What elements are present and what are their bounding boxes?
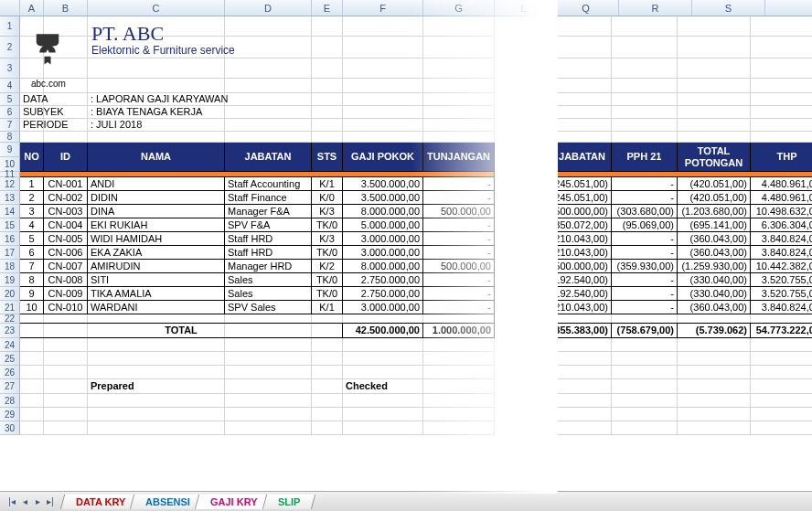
grid-cell[interactable] (553, 119, 612, 132)
grid-cell[interactable] (751, 379, 812, 394)
cell-gaji-18[interactable]: 8.000.000,00 (343, 260, 423, 273)
grid-cell[interactable] (612, 132, 678, 143)
grid-cell[interactable] (225, 379, 312, 394)
row-20[interactable]: 20 (0, 287, 20, 301)
grid-cell[interactable] (343, 79, 423, 93)
grid-cell[interactable] (751, 16, 812, 37)
cell-no-12[interactable]: 1 (20, 177, 44, 191)
grid-cell[interactable] (678, 16, 751, 37)
grid-cell[interactable] (553, 106, 612, 119)
cell-nama-18[interactable]: AMIRUDIN (88, 260, 225, 273)
grid-cell[interactable] (678, 37, 751, 59)
grid-cell[interactable] (553, 37, 612, 59)
row-22[interactable]: 22 (0, 314, 20, 324)
grid-cell[interactable] (44, 379, 88, 394)
grid-cell[interactable] (312, 379, 343, 394)
row-29[interactable]: 29 (0, 408, 20, 421)
row-5[interactable]: 5 (0, 93, 20, 106)
cell-tunj-19[interactable]: - (423, 273, 495, 287)
cell-nama-15[interactable]: EKI RUKIAH (88, 218, 225, 232)
cell-sts-12[interactable]: K/1 (312, 177, 343, 191)
select-all-corner[interactable] (0, 0, 20, 16)
cell-pot-16[interactable]: (360.043,00) (678, 232, 751, 246)
footer-checked[interactable]: Checked (343, 379, 423, 394)
grid-cell[interactable] (423, 79, 495, 93)
cell-id-14[interactable]: CN-003 (44, 205, 88, 218)
cell-gaji-17[interactable]: 3.000.000,00 (343, 246, 423, 260)
grid-cell[interactable] (312, 59, 343, 79)
grid-cell[interactable] (678, 394, 751, 408)
grid-cell[interactable] (751, 59, 812, 79)
cell-jab-16[interactable]: Staff HRD (225, 232, 312, 246)
cell-rjab-16[interactable]: 210.043,00) (553, 232, 612, 246)
cell-nama-13[interactable]: DIDIN (88, 191, 225, 205)
grid-cell[interactable] (88, 352, 225, 366)
grid-cell[interactable] (612, 59, 678, 79)
cell-sts-16[interactable]: K/3 (312, 232, 343, 246)
grid-cell[interactable] (225, 352, 312, 366)
row-12[interactable]: 12 (0, 177, 20, 191)
row-18[interactable]: 18 (0, 260, 20, 273)
row-17[interactable]: 17 (0, 246, 20, 260)
cell-thp-17[interactable]: 3.840.824,00 (751, 246, 812, 260)
grid-cell[interactable] (612, 106, 678, 119)
cell-no-20[interactable]: 9 (20, 287, 44, 301)
grid-cell[interactable] (225, 366, 312, 379)
grid-cell[interactable] (44, 421, 88, 435)
cell-thp-16[interactable]: 3.840.824,00 (751, 232, 812, 246)
cell-id-19[interactable]: CN-008 (44, 273, 88, 287)
grid-cell[interactable] (751, 421, 812, 435)
cell-tunj-15[interactable]: - (423, 218, 495, 232)
grid-cell[interactable] (20, 408, 44, 421)
cell-no-14[interactable]: 3 (20, 205, 44, 218)
meta-periode-label[interactable]: PERIODE (20, 119, 88, 132)
grid-cell[interactable] (423, 379, 495, 394)
cell-rjab-12[interactable]: 245.051,00) (553, 177, 612, 191)
grid-cell[interactable] (751, 408, 812, 421)
cell-id-21[interactable]: CN-010 (44, 301, 88, 314)
cell-sts-18[interactable]: K/2 (312, 260, 343, 273)
grid-cell[interactable] (751, 119, 812, 132)
cell-jab-13[interactable]: Staff Finance (225, 191, 312, 205)
row-21[interactable]: 21 (0, 301, 20, 314)
col-S[interactable]: S (692, 0, 765, 16)
grid-cell[interactable] (44, 132, 88, 143)
row-26[interactable]: 26 (0, 366, 20, 379)
grid-cell[interactable] (20, 379, 44, 394)
cell-thp-14[interactable]: 10.498.632,00 (751, 205, 812, 218)
grid-cell[interactable] (20, 132, 44, 143)
cell-nama-16[interactable]: WIDI HAMIDAH (88, 232, 225, 246)
cell-no-18[interactable]: 7 (20, 260, 44, 273)
row-7[interactable]: 7 (0, 119, 20, 132)
grid-cell[interactable] (423, 352, 495, 366)
grid-cell[interactable] (553, 352, 612, 366)
cell-pph-12[interactable]: - (612, 177, 678, 191)
cell-gaji-21[interactable]: 3.000.000,00 (343, 301, 423, 314)
cell-pot-13[interactable]: (420.051,00) (678, 191, 751, 205)
grid-cell[interactable] (553, 379, 612, 394)
row-13[interactable]: 13 (0, 191, 20, 205)
cell-thp-19[interactable]: 3.520.755,00 (751, 273, 812, 287)
cell-rjab-21[interactable]: 210.043,00) (553, 301, 612, 314)
grid-cell[interactable] (612, 379, 678, 394)
grid-cell[interactable] (612, 421, 678, 435)
cell-pph-18[interactable]: (359.930,00) (612, 260, 678, 273)
cell-pph-13[interactable]: - (612, 191, 678, 205)
cell-sts-13[interactable]: K/0 (312, 191, 343, 205)
grid-cell[interactable] (225, 16, 312, 37)
row-2[interactable]: 2 (0, 37, 20, 59)
grid-cell[interactable] (225, 408, 312, 421)
row-28[interactable]: 28 (0, 394, 20, 408)
grid-cell[interactable] (612, 394, 678, 408)
cell-gaji-12[interactable]: 3.500.000,00 (343, 177, 423, 191)
cell-gaji-19[interactable]: 2.750.000,00 (343, 273, 423, 287)
grid-cell[interactable] (678, 379, 751, 394)
grid-cell[interactable] (343, 408, 423, 421)
grid-cell[interactable] (423, 93, 495, 106)
cell-no-17[interactable]: 6 (20, 246, 44, 260)
cell-sts-21[interactable]: K/1 (312, 301, 343, 314)
row-14[interactable]: 14 (0, 205, 20, 218)
grid-cell[interactable] (612, 79, 678, 93)
grid-cell[interactable] (88, 59, 225, 79)
grid-cell[interactable] (751, 366, 812, 379)
